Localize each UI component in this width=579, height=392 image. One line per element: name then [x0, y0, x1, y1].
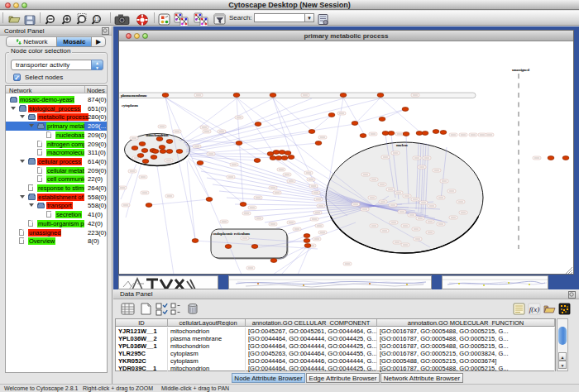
svg-text:unassigned: unassigned [512, 68, 529, 72]
svg-text:plasma membrane: plasma membrane [121, 93, 148, 98]
svg-text:1:1: 1:1 [94, 17, 100, 22]
svg-text:nucleus: nucleus [396, 143, 408, 147]
svg-text:endoplasmic reticulum: endoplasmic reticulum [213, 232, 251, 236]
svg-text:cytoplasm: cytoplasm [122, 103, 139, 108]
svg-text:mitochondrion: mitochondrion [146, 133, 169, 137]
svg-text:f(x): f(x) [529, 305, 540, 313]
